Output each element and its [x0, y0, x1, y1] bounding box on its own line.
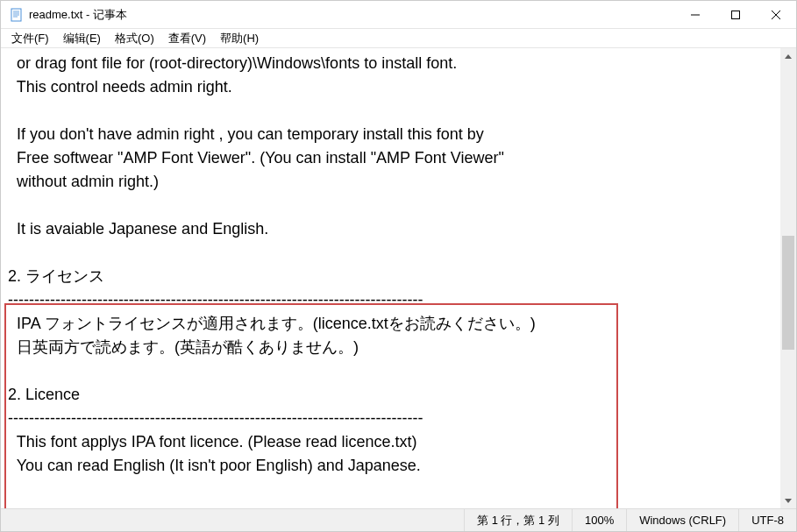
- status-lineending: Windows (CRLF): [626, 509, 738, 531]
- status-position: 第 1 行，第 1 列: [464, 509, 572, 531]
- text-line: It is avaiable Japanese and English.: [8, 220, 268, 238]
- text-line: This control needs admin right.: [8, 78, 232, 96]
- menu-help[interactable]: 帮助(H): [213, 29, 266, 48]
- statusbar-spacer: [1, 509, 464, 531]
- svg-rect-6: [732, 11, 740, 18]
- scrollbar-thumb[interactable]: [782, 236, 794, 350]
- maximize-button[interactable]: [715, 1, 756, 29]
- svg-marker-10: [785, 499, 792, 503]
- titlebar: readme.txt - 记事本: [1, 1, 796, 29]
- menu-format[interactable]: 格式(O): [108, 29, 161, 48]
- text-line: This font applys IPA font licence. (Plea…: [8, 433, 417, 450]
- scroll-down-button[interactable]: [780, 493, 796, 508]
- menubar: 文件(F) 编辑(E) 格式(O) 查看(V) 帮助(H): [1, 29, 796, 48]
- status-encoding: UTF-8: [738, 509, 796, 531]
- close-button[interactable]: [756, 1, 796, 29]
- scroll-up-button[interactable]: [780, 48, 796, 64]
- text-line: 日英両方で読めます。(英語が酷くありません。): [8, 338, 359, 356]
- text-line: IPA フォントライセンスが適用されます。(licence.txtをお読みくださ…: [8, 315, 536, 332]
- text-line: If you don't have admin right , you can …: [8, 125, 484, 143]
- text-content[interactable]: or drag font file for (root-directory)\W…: [1, 48, 780, 508]
- text-line: You can read English (It isn't poor Engl…: [8, 457, 421, 474]
- text-line: 2. Licence: [8, 386, 80, 403]
- menu-edit[interactable]: 编辑(E): [56, 29, 108, 48]
- status-zoom: 100%: [572, 509, 626, 531]
- scrollbar-track[interactable]: [780, 64, 796, 493]
- vertical-scrollbar[interactable]: [780, 48, 796, 508]
- menu-file[interactable]: 文件(F): [4, 29, 56, 48]
- text-line: ----------------------------------------…: [8, 409, 423, 427]
- text-line: ----------------------------------------…: [8, 291, 423, 309]
- notepad-icon: [10, 8, 24, 22]
- window-title: readme.txt - 记事本: [29, 7, 675, 23]
- editor-area: or drag font file for (root-directory)\W…: [1, 48, 796, 508]
- statusbar: 第 1 行，第 1 列 100% Windows (CRLF) UTF-8: [1, 508, 796, 531]
- text-line: without admin right.): [8, 173, 159, 190]
- text-line: Free softwear "AMP Font Viewer". (You ca…: [8, 149, 504, 167]
- minimize-button[interactable]: [675, 1, 715, 29]
- window-controls: [675, 1, 796, 29]
- menu-view[interactable]: 查看(V): [161, 29, 213, 48]
- svg-marker-9: [785, 54, 792, 59]
- text-line: 2. ライセンス: [8, 267, 104, 285]
- text-line: or drag font file for (root-directory)\W…: [8, 54, 457, 72]
